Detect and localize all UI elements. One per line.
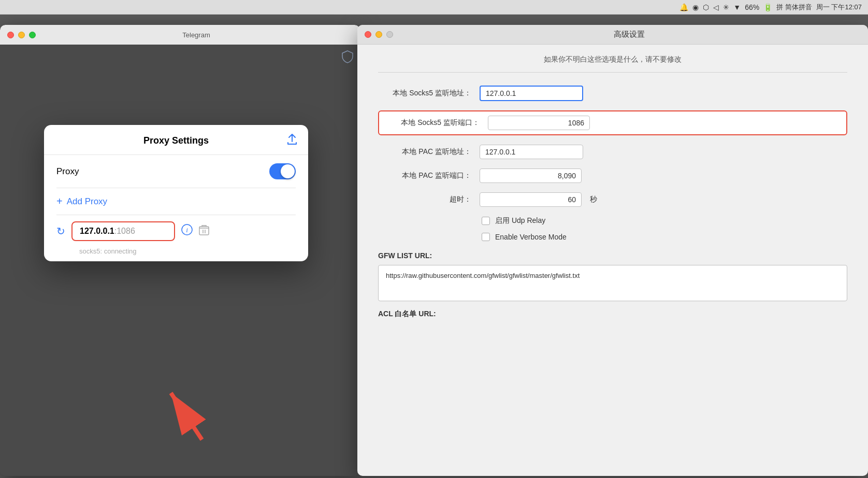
cursor-icon: ⬡ — [703, 3, 709, 11]
advanced-titlebar: 高级设置 — [357, 25, 868, 45]
verbose-checkbox[interactable] — [482, 233, 490, 241]
pac-port-row: 本地 PAC 监听端口： — [378, 168, 847, 183]
proxy-settings-modal: Proxy Settings Proxy — [44, 125, 308, 261]
clock: 周一 下午12:07 — [816, 3, 862, 12]
proxy-modal-title: Proxy Settings — [143, 135, 209, 146]
verbose-label: Enable Verbose Mode — [495, 233, 567, 241]
battery-icon: 🔋 — [763, 3, 772, 11]
pac-addr-input[interactable] — [480, 145, 583, 159]
shield-icon — [340, 50, 355, 67]
udp-relay-row: 启用 Udp Relay — [378, 216, 847, 226]
proxy-modal-body: Proxy + Add Proxy ↻ 127.0.0.1:1086 — [44, 155, 308, 261]
battery-text: 66% — [745, 3, 759, 11]
timeout-row: 超时： 秒 — [378, 192, 847, 207]
timeout-input[interactable] — [480, 192, 582, 207]
pac-addr-label: 本地 PAC 监听地址： — [378, 147, 471, 157]
udp-relay-label: 启用 Udp Relay — [495, 216, 545, 226]
proxy-status: socks5: connecting — [56, 247, 296, 261]
acl-label: ACL 白名单 URL: — [378, 310, 847, 319]
location-icon: ◉ — [692, 3, 699, 11]
svg-line-4 — [171, 393, 202, 440]
telegram-window: Telegram Proxy Settings — [0, 25, 360, 476]
proxy-modal-header: Proxy Settings — [44, 125, 308, 155]
timeout-unit: 秒 — [590, 195, 597, 204]
socks5-port-input[interactable] — [488, 116, 590, 130]
red-arrow — [150, 377, 218, 445]
svg-text:i: i — [186, 226, 188, 234]
add-proxy-button[interactable]: + Add Proxy — [56, 188, 296, 215]
gfw-section: GFW LIST URL: https://raw.githubusercont… — [378, 251, 847, 301]
desktop: Telegram Proxy Settings — [0, 15, 868, 478]
proxy-toggle[interactable] — [269, 163, 296, 179]
udp-relay-checkbox[interactable] — [482, 217, 490, 225]
gfw-url-value[interactable]: https://raw.githubusercontent.com/gfwlis… — [378, 265, 847, 301]
proxy-address-bold: 127.0.0.1 — [80, 227, 114, 235]
menubar: 🔔 ◉ ⬡ ◁ ✳ ▼ 66% 🔋 拼 简体拼音 周一 下午12:07 — [0, 0, 868, 15]
menubar-right: 🔔 ◉ ⬡ ◁ ✳ ▼ 66% 🔋 拼 简体拼音 周一 下午12:07 — [679, 3, 862, 12]
input-method: 拼 简体拼音 — [776, 3, 812, 12]
loading-icon: ↻ — [56, 225, 65, 237]
maximize-button[interactable] — [29, 32, 36, 38]
proxy-toggle-row: Proxy — [56, 155, 296, 188]
pac-addr-row: 本地 PAC 监听地址： — [378, 145, 847, 159]
proxy-port: :1086 — [114, 227, 135, 235]
advanced-content: 如果你不明白这些选项是什么，请不要修改 本地 Socks5 监听地址： 本地 S… — [357, 45, 868, 332]
close-button[interactable] — [7, 32, 14, 38]
proxy-entry: ↻ 127.0.0.1:1086 i — [56, 215, 296, 247]
bell-icon: 🔔 — [679, 3, 688, 11]
bluetooth-icon: ✳ — [723, 3, 729, 11]
gfw-url-label: GFW LIST URL: — [378, 251, 847, 260]
proxy-delete-button[interactable] — [199, 224, 209, 238]
telegram-title: Telegram — [40, 31, 353, 39]
advanced-title: 高级设置 — [397, 30, 861, 39]
send-icon: ◁ — [713, 3, 719, 11]
share-button[interactable] — [286, 133, 298, 148]
advanced-close-button[interactable] — [365, 31, 371, 38]
proxy-label: Proxy — [56, 166, 79, 177]
add-proxy-label: Add Proxy — [67, 196, 107, 207]
telegram-content: Proxy Settings Proxy — [0, 45, 360, 476]
socks5-addr-input[interactable] — [480, 86, 583, 101]
pac-port-input[interactable] — [480, 168, 582, 183]
warning-text: 如果你不明白这些选项是什么，请不要修改 — [378, 55, 847, 73]
telegram-titlebar: Telegram — [0, 25, 360, 45]
advanced-maximize-button[interactable] — [386, 31, 393, 38]
advanced-settings-window: 高级设置 如果你不明白这些选项是什么，请不要修改 本地 Socks5 监听地址：… — [357, 25, 868, 476]
wifi-icon: ▼ — [733, 3, 741, 11]
plus-icon: + — [56, 195, 63, 207]
timeout-label: 超时： — [378, 195, 471, 204]
proxy-info-button[interactable]: i — [181, 224, 193, 238]
pac-port-label: 本地 PAC 监听端口： — [378, 171, 471, 180]
advanced-minimize-button[interactable] — [375, 31, 382, 38]
minimize-button[interactable] — [18, 32, 25, 38]
toggle-knob — [281, 164, 295, 178]
socks5-addr-row: 本地 Socks5 监听地址： — [378, 86, 847, 101]
verbose-row: Enable Verbose Mode — [378, 233, 847, 241]
socks5-port-label: 本地 Socks5 监听端口： — [386, 118, 480, 128]
socks5-addr-label: 本地 Socks5 监听地址： — [378, 89, 471, 98]
proxy-address-box: 127.0.0.1:1086 — [71, 221, 175, 241]
socks5-port-row: 本地 Socks5 监听端口： — [378, 110, 847, 135]
